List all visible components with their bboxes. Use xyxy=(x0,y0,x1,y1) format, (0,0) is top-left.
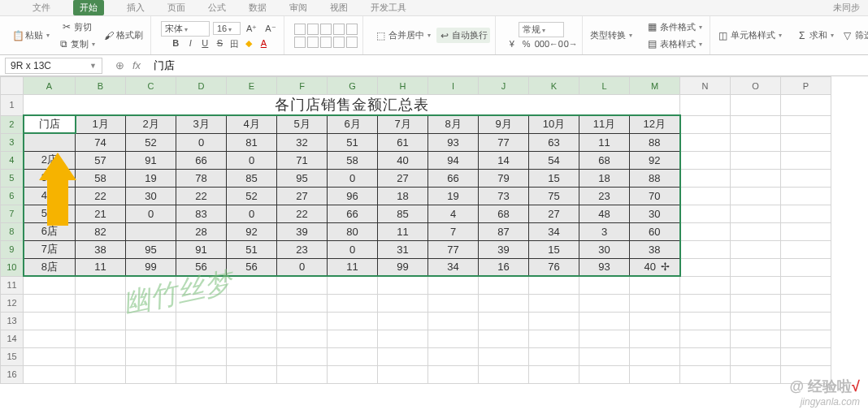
cell[interactable] xyxy=(24,276,76,294)
cell[interactable] xyxy=(680,133,731,151)
cell[interactable]: 34 xyxy=(529,222,579,240)
cell[interactable] xyxy=(731,240,781,258)
cell[interactable]: 0 xyxy=(328,240,378,258)
cell[interactable] xyxy=(731,294,781,312)
dec-inc-button[interactable]: ←0 xyxy=(549,39,562,49)
row-header[interactable]: 10 xyxy=(1,258,24,276)
cell[interactable]: 51 xyxy=(227,240,277,258)
cell[interactable] xyxy=(24,312,76,330)
cut-button[interactable]: ✂剪切 xyxy=(59,19,94,35)
cell[interactable]: 7 xyxy=(428,222,479,240)
cell[interactable]: 56 xyxy=(176,258,227,276)
cell[interactable]: 73 xyxy=(479,187,529,205)
cell[interactable]: 94 xyxy=(428,151,479,169)
cell[interactable] xyxy=(630,330,680,347)
cell[interactable] xyxy=(126,330,176,347)
cell[interactable]: 51 xyxy=(328,133,378,151)
cond-format-button[interactable]: ▦条件格式 xyxy=(644,19,705,35)
border-button[interactable]: 田 xyxy=(228,38,241,50)
cell[interactable]: 83 xyxy=(176,205,227,222)
tab-home[interactable]: 开始 xyxy=(73,0,104,15)
fill-color-button[interactable]: ◆ xyxy=(242,38,255,50)
cell[interactable] xyxy=(227,330,277,347)
tab-page[interactable]: 页面 xyxy=(167,2,185,14)
font-color-button[interactable]: A xyxy=(257,38,270,50)
font-name-select[interactable]: 宋体 xyxy=(161,21,210,37)
cell[interactable]: 11 xyxy=(579,133,630,151)
cell[interactable] xyxy=(680,187,731,205)
cell[interactable]: 0 xyxy=(328,169,378,187)
row-header[interactable]: 15 xyxy=(1,347,24,365)
cell[interactable]: 6月 xyxy=(328,115,378,133)
font-size-select[interactable]: 16 xyxy=(213,22,241,35)
cell[interactable] xyxy=(579,312,630,330)
cell[interactable] xyxy=(24,133,76,151)
cell[interactable] xyxy=(529,294,579,312)
cell[interactable]: 76 xyxy=(529,258,579,276)
cell[interactable]: 66 xyxy=(428,169,479,187)
cell[interactable]: 58 xyxy=(76,169,126,187)
cell[interactable]: 85 xyxy=(378,205,428,222)
cell[interactable] xyxy=(781,205,831,222)
cell[interactable]: 7月 xyxy=(378,115,428,133)
cell[interactable] xyxy=(630,276,680,294)
cell[interactable]: 10月 xyxy=(529,115,579,133)
cell[interactable] xyxy=(328,365,378,383)
cell[interactable] xyxy=(781,312,831,330)
cell[interactable] xyxy=(781,151,831,169)
col-header[interactable]: A xyxy=(24,77,76,95)
cell[interactable] xyxy=(479,276,529,294)
cell[interactable]: 0 xyxy=(176,133,227,151)
cell[interactable] xyxy=(731,205,781,222)
cell[interactable] xyxy=(277,347,328,365)
cell[interactable] xyxy=(781,222,831,240)
cell[interactable]: 4 xyxy=(428,205,479,222)
cell[interactable] xyxy=(731,95,781,116)
copy-button[interactable]: ⧉复制 xyxy=(55,37,98,52)
cell[interactable] xyxy=(579,330,630,347)
cell[interactable] xyxy=(731,347,781,365)
cell[interactable] xyxy=(227,276,277,294)
cell[interactable] xyxy=(680,115,731,133)
cell[interactable] xyxy=(731,115,781,133)
cell[interactable] xyxy=(781,330,831,347)
cell[interactable]: 87 xyxy=(479,222,529,240)
cell[interactable] xyxy=(24,365,76,383)
cell[interactable] xyxy=(176,312,227,330)
cell[interactable] xyxy=(277,312,328,330)
cell[interactable]: 22 xyxy=(76,187,126,205)
cell[interactable] xyxy=(76,365,126,383)
row-header[interactable]: 14 xyxy=(1,330,24,347)
sum-button[interactable]: Σ求和 xyxy=(794,28,836,43)
cell[interactable] xyxy=(680,95,731,116)
cell[interactable] xyxy=(428,312,479,330)
cell[interactable]: 88 xyxy=(630,133,680,151)
cell[interactable]: 38 xyxy=(76,240,126,258)
percent-button[interactable]: % xyxy=(520,39,533,49)
cell[interactable] xyxy=(680,312,731,330)
fx-icon[interactable]: fx xyxy=(132,59,141,71)
cell[interactable]: 71 xyxy=(277,151,328,169)
cell[interactable]: 74 xyxy=(76,133,126,151)
cell[interactable] xyxy=(680,169,731,187)
number-format-select[interactable]: 常规 xyxy=(519,22,564,37)
cell[interactable]: 92 xyxy=(630,151,680,169)
table-title[interactable]: 各门店销售金额汇总表 xyxy=(24,95,680,116)
cell[interactable]: 78 xyxy=(176,169,227,187)
cell[interactable] xyxy=(680,151,731,169)
cell[interactable] xyxy=(24,347,76,365)
col-header[interactable]: F xyxy=(277,77,328,95)
cell[interactable]: 66 xyxy=(328,205,378,222)
cell[interactable] xyxy=(781,294,831,312)
row-header[interactable]: 5 xyxy=(1,169,24,187)
tab-review[interactable]: 审阅 xyxy=(289,2,307,14)
cell[interactable] xyxy=(731,169,781,187)
cell[interactable]: 27 xyxy=(529,205,579,222)
cell[interactable]: 39 xyxy=(277,222,328,240)
select-all-corner[interactable] xyxy=(1,77,24,95)
col-header[interactable]: L xyxy=(579,77,630,95)
cell[interactable]: 85 xyxy=(227,169,277,187)
cell[interactable]: 3 xyxy=(579,222,630,240)
cell[interactable]: 11 xyxy=(378,222,428,240)
cell[interactable] xyxy=(328,294,378,312)
